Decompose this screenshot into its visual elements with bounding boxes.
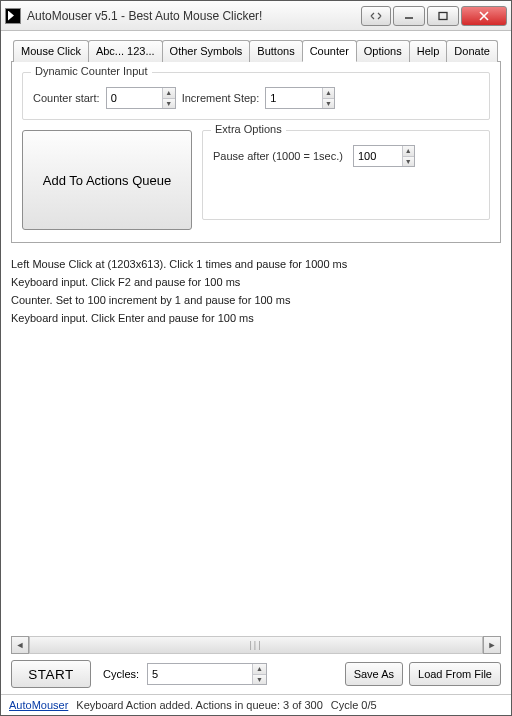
window-title: AutoMouser v5.1 - Best Auto Mouse Clicke… <box>27 9 361 23</box>
action-row[interactable]: Keyboard input. Click Enter and pause fo… <box>11 309 501 327</box>
tab-panel-counter: Dynamic Counter Input Counter start: ▲▼ … <box>11 61 501 243</box>
cycles-label: Cycles: <box>103 668 139 680</box>
tab-other-symbols[interactable]: Other Symbols <box>162 40 251 62</box>
action-row[interactable]: Left Mouse Click at (1203x613). Click 1 … <box>11 255 501 273</box>
spinner-arrows[interactable]: ▲▼ <box>402 146 414 166</box>
client-area: Mouse Click Abc... 123... Other Symbols … <box>1 31 511 694</box>
maximize-button[interactable] <box>427 6 459 26</box>
extra-options-group: Extra Options Pause after (1000 = 1sec.)… <box>202 130 490 220</box>
dynamic-counter-legend: Dynamic Counter Input <box>31 65 152 77</box>
close-button[interactable] <box>461 6 507 26</box>
counter-start-label: Counter start: <box>33 92 100 104</box>
app-window: AutoMouser v5.1 - Best Auto Mouse Clicke… <box>0 0 512 716</box>
chevron-up-icon[interactable]: ▲ <box>163 88 175 99</box>
tab-donate[interactable]: Donate <box>446 40 497 62</box>
status-bar: AutoMouser Keyboard Action added. Action… <box>1 694 511 715</box>
chevron-up-icon[interactable]: ▲ <box>253 664 266 675</box>
tab-help[interactable]: Help <box>409 40 448 62</box>
titlebar: AutoMouser v5.1 - Best Auto Mouse Clicke… <box>1 1 511 31</box>
tab-abc-123[interactable]: Abc... 123... <box>88 40 163 62</box>
chevron-up-icon[interactable]: ▲ <box>403 146 414 157</box>
dynamic-counter-group: Dynamic Counter Input Counter start: ▲▼ … <box>22 72 490 120</box>
svg-rect-1 <box>439 12 447 19</box>
scroll-right-button[interactable]: ► <box>483 636 501 654</box>
minimize-button[interactable] <box>393 6 425 26</box>
chevron-down-icon[interactable]: ▼ <box>163 99 175 109</box>
status-cycle: Cycle 0/5 <box>331 699 377 711</box>
app-icon <box>5 8 21 24</box>
increment-step-input[interactable] <box>266 88 321 108</box>
add-to-actions-queue-button[interactable]: Add To Actions Queue <box>22 130 192 230</box>
spinner-arrows[interactable]: ▲▼ <box>252 664 266 684</box>
tab-counter[interactable]: Counter <box>302 40 357 62</box>
tab-mouse-click[interactable]: Mouse Click <box>13 40 89 62</box>
pause-after-spinner[interactable]: ▲▼ <box>353 145 415 167</box>
increment-step-spinner[interactable]: ▲▼ <box>265 87 335 109</box>
chevron-down-icon[interactable]: ▼ <box>403 157 414 167</box>
chevron-up-icon[interactable]: ▲ <box>323 88 335 99</box>
spinner-arrows[interactable]: ▲▼ <box>322 88 335 108</box>
bottom-bar: START Cycles: ▲▼ Save As Load From File <box>11 660 501 694</box>
help-button[interactable] <box>361 6 391 26</box>
chevron-down-icon[interactable]: ▼ <box>323 99 335 109</box>
tab-buttons[interactable]: Buttons <box>249 40 302 62</box>
spinner-arrows[interactable]: ▲▼ <box>162 88 175 108</box>
counter-start-spinner[interactable]: ▲▼ <box>106 87 176 109</box>
start-button[interactable]: START <box>11 660 91 688</box>
scroll-left-button[interactable]: ◄ <box>11 636 29 654</box>
load-from-file-button[interactable]: Load From File <box>409 662 501 686</box>
status-message: Keyboard Action added. Actions in queue:… <box>76 699 322 711</box>
cycles-spinner[interactable]: ▲▼ <box>147 663 267 685</box>
tab-strip: Mouse Click Abc... 123... Other Symbols … <box>13 39 501 61</box>
cycles-group: Cycles: ▲▼ <box>103 663 267 685</box>
counter-start-input[interactable] <box>107 88 162 108</box>
chevron-down-icon[interactable]: ▼ <box>253 675 266 685</box>
window-buttons <box>361 6 507 26</box>
increment-step-label: Increment Step: <box>182 92 260 104</box>
pause-after-input[interactable] <box>354 146 402 166</box>
extra-options-legend: Extra Options <box>211 123 286 135</box>
scroll-thumb[interactable]: ||| <box>29 637 483 653</box>
actions-queue-list[interactable]: Left Mouse Click at (1203x613). Click 1 … <box>11 255 501 630</box>
scroll-track[interactable]: ||| <box>29 636 483 654</box>
cycles-input[interactable] <box>148 664 252 684</box>
tab-options[interactable]: Options <box>356 40 410 62</box>
horizontal-scrollbar[interactable]: ◄ ||| ► <box>11 636 501 654</box>
action-row[interactable]: Keyboard input. Click F2 and pause for 1… <box>11 273 501 291</box>
action-row[interactable]: Counter. Set to 100 increment by 1 and p… <box>11 291 501 309</box>
pause-after-label: Pause after (1000 = 1sec.) <box>213 150 343 162</box>
status-link[interactable]: AutoMouser <box>9 699 68 711</box>
save-as-button[interactable]: Save As <box>345 662 403 686</box>
